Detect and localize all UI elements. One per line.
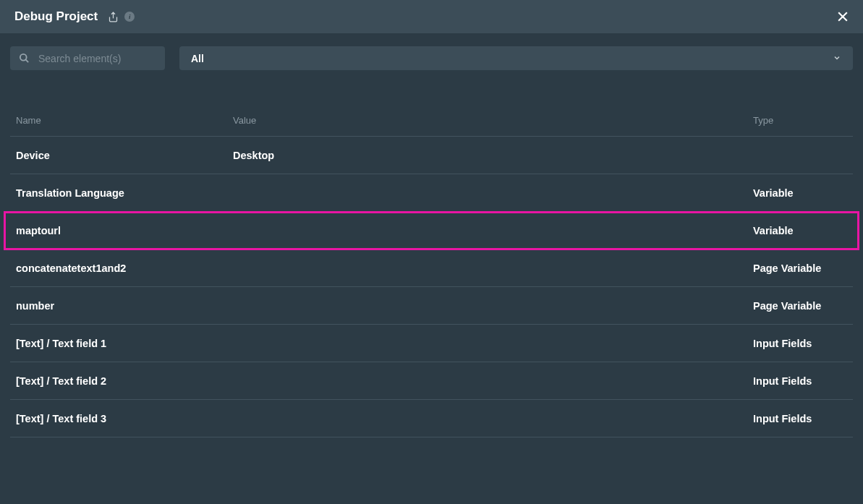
cell-type: Page Variable: [753, 262, 847, 274]
search-icon: [19, 53, 30, 64]
table-row[interactable]: [Text] / Text field 2Input Fields: [10, 362, 853, 400]
cell-name: Device: [16, 150, 233, 161]
cell-name: Translation Language: [16, 187, 233, 199]
share-icon[interactable]: [108, 12, 119, 22]
table-row[interactable]: maptourlVariable: [4, 212, 859, 249]
close-button[interactable]: [836, 9, 850, 24]
cell-type: Input Fields: [753, 413, 847, 424]
table-row[interactable]: numberPage Variable: [10, 287, 853, 325]
cell-name: maptourl: [16, 225, 233, 236]
column-header-type: Type: [753, 115, 847, 126]
filter-dropdown-value: All: [191, 53, 204, 64]
svg-line-4: [26, 60, 28, 62]
column-header-name: Name: [16, 115, 233, 126]
table-row[interactable]: [Text] / Text field 3Input Fields: [10, 400, 853, 437]
table-row[interactable]: Translation LanguageVariable: [10, 174, 853, 212]
search-input[interactable]: [38, 53, 156, 64]
cell-name: [Text] / Text field 1: [16, 338, 233, 349]
cell-type: Input Fields: [753, 375, 847, 387]
search-box: [10, 46, 165, 70]
cell-value: Desktop: [233, 150, 753, 161]
debug-table: Name Value Type DeviceDesktopTranslation…: [0, 83, 863, 437]
cell-type: Variable: [753, 187, 847, 199]
cell-type: Input Fields: [753, 338, 847, 349]
table-row[interactable]: concatenatetext1and2Page Variable: [10, 249, 853, 287]
info-icon[interactable]: i: [124, 12, 135, 22]
cell-name: concatenatetext1and2: [16, 262, 233, 274]
cell-name: [Text] / Text field 3: [16, 413, 233, 424]
table-header: Name Value Type: [10, 83, 853, 137]
cell-name: [Text] / Text field 2: [16, 375, 233, 387]
filter-dropdown[interactable]: All: [179, 46, 853, 70]
column-header-value: Value: [233, 115, 753, 126]
table-row[interactable]: [Text] / Text field 1Input Fields: [10, 325, 853, 362]
svg-point-3: [20, 54, 27, 61]
cell-name: number: [16, 300, 233, 312]
chevron-down-icon: [833, 53, 841, 64]
filter-bar: All: [0, 33, 863, 83]
table-row[interactable]: DeviceDesktop: [10, 137, 853, 174]
dialog-header: Debug Project i: [0, 0, 863, 33]
cell-type: Variable: [753, 225, 847, 236]
cell-type: Page Variable: [753, 300, 847, 312]
dialog-title: Debug Project: [14, 9, 98, 24]
